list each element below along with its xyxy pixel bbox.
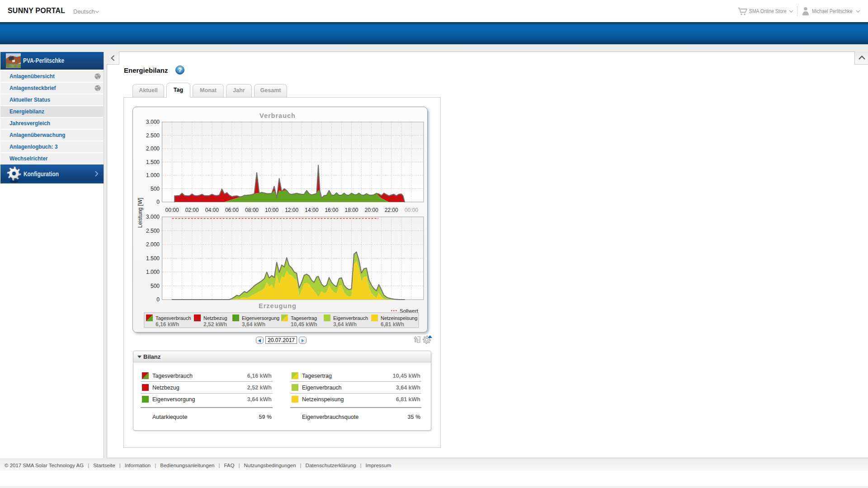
svg-text:04:00: 04:00	[205, 207, 219, 213]
svg-text:08:00: 08:00	[245, 207, 259, 213]
svg-text:20:00: 20:00	[365, 207, 378, 213]
svg-text:00:00: 00:00	[405, 207, 418, 213]
svg-text:0: 0	[156, 199, 160, 205]
svg-text:3.000: 3.000	[146, 214, 160, 220]
svg-text:Tagesverbrauch: Tagesverbrauch	[156, 315, 191, 321]
svg-text:22:00: 22:00	[385, 207, 398, 213]
svg-text:1.000: 1.000	[146, 172, 160, 178]
svg-text:Eigenverbrauch: Eigenverbrauch	[333, 315, 368, 321]
svg-text:3,64 kWh: 3,64 kWh	[333, 321, 357, 328]
svg-text:18:00: 18:00	[344, 207, 358, 213]
svg-text:1.500: 1.500	[146, 255, 160, 262]
svg-text:Eigenversorgung: Eigenversorgung	[242, 315, 279, 321]
svg-text:1.500: 1.500	[146, 159, 160, 165]
svg-text:6,81 kWh: 6,81 kWh	[381, 321, 404, 328]
svg-text:Leistung [W]: Leistung [W]	[137, 198, 143, 228]
svg-text:10,45 kWh: 10,45 kWh	[291, 321, 317, 328]
svg-text:2,52 kWh: 2,52 kWh	[203, 321, 227, 328]
svg-text:3,64 kWh: 3,64 kWh	[242, 321, 265, 328]
svg-text:2.000: 2.000	[146, 145, 160, 152]
svg-text:2.500: 2.500	[146, 132, 160, 139]
svg-text:500: 500	[151, 283, 160, 289]
svg-text:02:00: 02:00	[185, 207, 199, 213]
svg-text:Tagesertrag: Tagesertrag	[291, 315, 317, 321]
svg-text:Netzbezug: Netzbezug	[203, 315, 227, 321]
svg-text:3.000: 3.000	[146, 119, 160, 125]
svg-text:1.000: 1.000	[146, 269, 160, 275]
svg-text:06:00: 06:00	[225, 207, 239, 213]
svg-text:0: 0	[156, 296, 160, 303]
svg-text:Erzeugung: Erzeugung	[259, 302, 297, 310]
svg-text:00:00: 00:00	[165, 207, 179, 213]
svg-text:10:00: 10:00	[265, 207, 278, 213]
svg-text:12:00: 12:00	[285, 207, 298, 213]
svg-text:16:00: 16:00	[325, 207, 338, 213]
svg-text:6,16 kWh: 6,16 kWh	[156, 321, 179, 328]
svg-text:14:00: 14:00	[305, 207, 318, 213]
svg-text:Verbrauch: Verbrauch	[259, 112, 296, 119]
svg-text:2.500: 2.500	[146, 228, 160, 234]
svg-text:Netzeinspeisung: Netzeinspeisung	[381, 315, 417, 321]
svg-text:2.000: 2.000	[146, 241, 160, 248]
svg-text:500: 500	[151, 186, 160, 192]
